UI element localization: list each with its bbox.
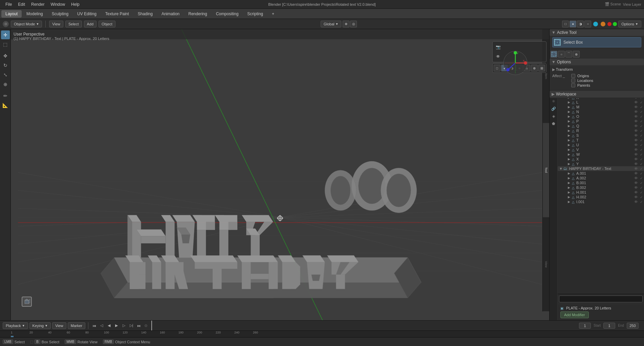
wire-shade-btn[interactable]: □ — [494, 65, 500, 71]
active-tool-header[interactable]: ▼ Active Tool — [550, 29, 644, 36]
end-frame-input[interactable] — [627, 323, 639, 329]
alpha-R[interactable]: ▶△R👁✓ — [558, 128, 644, 133]
alpha-S[interactable]: ▶△S👁✓ — [558, 133, 644, 138]
box-select-tool-icon[interactable] — [551, 51, 557, 58]
prop-constraints-icon[interactable]: 🔗 — [550, 105, 557, 112]
select-tool[interactable]: ⬚ — [1, 40, 10, 49]
lasso-select-tool-icon[interactable]: ⌒ — [565, 51, 572, 58]
prev-keyframe-btn[interactable]: ◁ — [99, 323, 105, 329]
select-menu-btn[interactable]: Select — [65, 21, 82, 27]
tab-compositing[interactable]: Compositing — [212, 10, 243, 18]
prop-material-icon[interactable]: ⬟ — [550, 120, 557, 127]
scale-tool[interactable]: ⤡ — [1, 70, 10, 79]
start-frame-input[interactable] — [603, 323, 615, 329]
tab-scripting[interactable]: Scripting — [243, 10, 267, 18]
extra-shade-btn2[interactable]: ⊕ — [531, 65, 538, 71]
play-btn[interactable]: ▶ — [113, 323, 120, 329]
hb-B002[interactable]: ▶△B.002👁✓ — [558, 185, 644, 190]
stop-btn[interactable] — [145, 324, 147, 327]
object-menu-btn[interactable]: Object — [99, 21, 115, 27]
options-dropdown[interactable]: Options ▼ — [618, 21, 641, 27]
next-keyframe-btn[interactable]: ▷| — [128, 323, 134, 329]
extra-tool-icon[interactable]: ⊕ — [573, 51, 580, 58]
locations-checkbox[interactable] — [571, 79, 575, 83]
alpha-T[interactable]: ▶△T👁✓ — [558, 138, 644, 143]
alpha-W[interactable]: ▶△W👁✓ — [558, 152, 644, 157]
tab-layout[interactable]: Layout — [1, 10, 22, 18]
solid-btn[interactable]: ● — [570, 21, 576, 27]
viewport-camera-btn[interactable]: 📷 — [494, 43, 502, 51]
object-mode-dropdown[interactable]: Object Mode ▼ — [11, 21, 42, 27]
rotate-tool[interactable]: ↻ — [1, 61, 10, 70]
measure-tool[interactable]: 📐 — [1, 101, 10, 110]
snap-btn[interactable]: ⊕ — [343, 21, 349, 27]
nav-cube[interactable] — [22, 297, 32, 307]
side-tab-tool[interactable]: Tool — [543, 123, 549, 217]
alpha-M[interactable]: ▶△M👁✓ — [558, 105, 644, 109]
tab-modeling[interactable]: Modeling — [22, 10, 47, 18]
move-tool[interactable]: ✥ — [1, 51, 10, 60]
tab-animation[interactable]: Animation — [157, 10, 184, 18]
alpha-X[interactable]: ▶△X👁✓ — [558, 157, 644, 161]
menu-help[interactable]: Help — [68, 1, 82, 7]
wireframe-btn[interactable]: □ — [562, 21, 569, 27]
hb-eye-icon[interactable]: 👁 — [634, 167, 638, 171]
view-dropdown[interactable]: View — [52, 322, 66, 329]
workspace-header[interactable]: ▶ Workspace — [550, 91, 644, 98]
play-forward-btn[interactable]: ▷ — [121, 323, 127, 329]
hb-H001[interactable]: ▶△H.001👁✓ — [558, 190, 644, 195]
origins-checkbox[interactable] — [571, 74, 575, 78]
tab-texture-paint[interactable]: Texture Paint — [101, 10, 133, 18]
hb-H002[interactable]: ▶△H.002👁✓ — [558, 195, 644, 199]
current-frame-input[interactable] — [579, 323, 591, 329]
side-tab-view[interactable]: View — [543, 217, 549, 311]
hb-collection-header[interactable]: ▼ 🗂 HAPPY BIRTHDAY - Text 👁 ✓ — [558, 166, 644, 171]
alpha-U[interactable]: ▶△U👁✓ — [558, 143, 644, 147]
hb-A002[interactable]: ▶△A.002👁✓ — [558, 176, 644, 180]
tab-add[interactable]: + — [268, 10, 278, 18]
prop-data-icon[interactable]: ◈ — [550, 113, 557, 120]
prop-physics-icon[interactable]: ⚛ — [550, 98, 557, 105]
alpha-N[interactable]: ▶△N👁✓ — [558, 109, 644, 114]
mode-icon[interactable]: ⊙ — [3, 21, 9, 27]
orientation-gizmo[interactable]: X Y Z — [502, 49, 529, 77]
tab-uv-editing[interactable]: UV Editing — [73, 10, 101, 18]
keying-dropdown[interactable]: Keying ▼ — [29, 322, 51, 329]
scene-selector[interactable]: 🎬 Scene — [605, 2, 621, 6]
view-layer-selector[interactable]: View Layer — [623, 2, 641, 6]
tab-sculpting[interactable]: Sculpting — [48, 10, 72, 18]
rendered-btn[interactable]: ○ — [584, 21, 591, 27]
tab-shading[interactable]: Shading — [134, 10, 157, 18]
tab-rendering[interactable]: Rendering — [184, 10, 211, 18]
menu-render[interactable]: Render — [28, 1, 47, 7]
transform-toggle[interactable]: ▶ Transform — [552, 67, 641, 72]
global-dropdown[interactable]: Global ▼ — [321, 21, 342, 27]
hb-I001[interactable]: ▶△I.001👁✓ — [558, 199, 644, 204]
menu-window[interactable]: Window — [48, 1, 68, 7]
material-btn[interactable]: ◑ — [577, 21, 584, 27]
playback-dropdown[interactable]: Playback ▼ — [3, 322, 28, 329]
alpha-Q[interactable]: ▶△Q👁✓ — [558, 124, 644, 128]
menu-edit[interactable]: Edit — [15, 1, 28, 7]
viewport[interactable]: User Perspective (1) HAPPY BIRTHDAY - Te… — [11, 29, 549, 320]
jump-to-start-btn[interactable]: ⏮ — [91, 323, 97, 329]
hb-A001[interactable]: ▶△A.001👁✓ — [558, 171, 644, 176]
extra-shade-btn3[interactable]: ⊞ — [538, 65, 545, 71]
marker-dropdown[interactable]: Marker — [68, 322, 85, 329]
annotate-tool[interactable]: ✏ — [1, 91, 10, 100]
hb-B001[interactable]: ▶△B.001👁✓ — [558, 180, 644, 185]
right-search-input[interactable] — [559, 296, 643, 302]
add-menu-btn[interactable]: Add — [84, 21, 97, 27]
timeline-ruler[interactable] — [151, 321, 576, 330]
view-menu-btn[interactable]: View — [49, 21, 63, 27]
jump-to-end-btn[interactable]: ⏭ — [136, 323, 142, 329]
add-modifier-btn[interactable]: Add Modifier — [560, 311, 589, 318]
transform-tool[interactable]: ⊕ — [1, 80, 10, 89]
options-header[interactable]: ▼ Options — [550, 59, 644, 65]
alpha-P[interactable]: ▶△P👁✓ — [558, 119, 644, 124]
viewport-display-btn[interactable]: 👁 — [494, 52, 502, 61]
parents-checkbox[interactable] — [571, 83, 575, 87]
circle-select-tool-icon[interactable]: ○ — [558, 51, 565, 58]
menu-file[interactable]: File — [3, 1, 15, 7]
cursor-tool[interactable]: ✛ — [1, 30, 10, 39]
